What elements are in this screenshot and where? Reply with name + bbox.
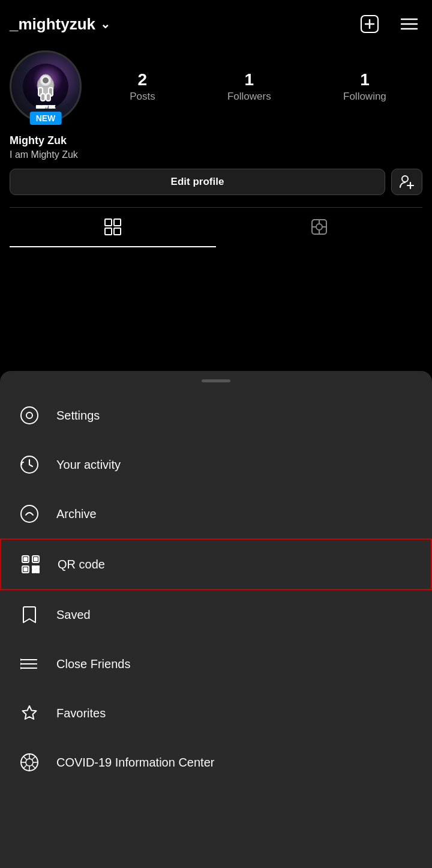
profile-section: _mightyzuk ⌄ [0, 0, 432, 247]
new-post-icon [359, 13, 380, 35]
menu-item-covid[interactable]: COVID-19 Information Center [0, 738, 432, 787]
saved-label: Saved [56, 608, 91, 622]
menu-item-activity[interactable]: Your activity [0, 440, 432, 489]
svg-rect-20 [105, 228, 112, 235]
svg-rect-40 [32, 570, 35, 573]
header-bar: _mightyzuk ⌄ [10, 0, 422, 44]
activity-svg-icon [19, 454, 40, 475]
qr-code-svg-icon [19, 553, 42, 576]
svg-point-29 [26, 412, 32, 418]
bio-section: Mighty Zuk I am Mighty Zuk [10, 128, 422, 169]
header-icons [356, 11, 422, 37]
drag-handle [202, 379, 230, 382]
saved-svg-icon [19, 604, 40, 625]
avatar-image: MIGHTY ZUK [22, 62, 70, 110]
sheet-handle [0, 371, 432, 386]
tab-grid[interactable] [10, 208, 216, 247]
svg-rect-12 [41, 94, 45, 101]
posts-label: Posts [130, 91, 155, 103]
favorites-label: Favorites [56, 707, 106, 720]
header-username[interactable]: _mightyzuk ⌄ [10, 15, 110, 34]
favorites-svg-icon [19, 702, 40, 724]
svg-marker-47 [20, 667, 23, 669]
action-buttons: Edit profile [10, 169, 422, 195]
menu-item-close-friends[interactable]: Close Friends [0, 639, 432, 689]
followers-label: Followers [227, 91, 271, 103]
svg-marker-46 [20, 663, 23, 665]
svg-line-54 [23, 756, 27, 760]
covid-icon [17, 750, 42, 775]
qr-code-icon [18, 552, 43, 577]
svg-point-31 [21, 505, 38, 522]
svg-point-28 [21, 407, 38, 424]
svg-rect-21 [114, 228, 121, 235]
svg-point-23 [316, 224, 322, 230]
saved-icon [17, 602, 42, 627]
svg-rect-39 [37, 566, 39, 568]
svg-rect-38 [32, 566, 35, 569]
svg-line-57 [23, 765, 27, 769]
menu-item-saved[interactable]: Saved [0, 590, 432, 639]
svg-rect-41 [36, 570, 39, 573]
followers-count: 1 [245, 70, 254, 89]
menu-item-qr-code[interactable]: QR code [0, 538, 432, 590]
activity-icon [17, 452, 42, 477]
qr-code-label: QR code [58, 558, 105, 571]
archive-label: Archive [56, 507, 97, 521]
settings-svg-icon [19, 405, 40, 426]
profile-info-row: MIGHTY ZUK NEW 2 Posts 1 Followers 1 Fol… [10, 50, 422, 128]
svg-line-56 [32, 756, 36, 760]
stats-row: 2 Posts 1 Followers 1 Following [94, 70, 422, 103]
svg-rect-33 [24, 558, 27, 561]
archive-icon [17, 501, 42, 526]
covid-svg-icon [19, 752, 40, 773]
svg-rect-37 [24, 568, 27, 571]
svg-rect-18 [105, 219, 112, 226]
display-name: Mighty Zuk [10, 134, 422, 147]
tagged-icon [310, 217, 329, 237]
posts-count: 2 [138, 70, 148, 89]
grid-icon [103, 217, 122, 237]
username-text: _mightyzuk [10, 15, 95, 34]
settings-icon [17, 403, 42, 428]
svg-point-15 [402, 176, 408, 182]
menu-item-settings[interactable]: Settings [0, 391, 432, 440]
following-label: Following [343, 91, 386, 103]
add-friend-button[interactable] [391, 169, 422, 195]
svg-marker-45 [20, 659, 23, 661]
settings-label: Settings [56, 409, 100, 423]
bio-text: I am Mighty Zuk [10, 149, 422, 160]
chevron-down-icon[interactable]: ⌄ [100, 17, 110, 31]
menu-item-favorites[interactable]: Favorites [0, 689, 432, 738]
hamburger-menu-icon [398, 13, 420, 35]
menu-item-archive[interactable]: Archive [0, 489, 432, 538]
close-friends-svg-icon [19, 653, 40, 675]
add-friend-icon [399, 174, 415, 190]
close-friends-icon [17, 651, 42, 677]
svg-text:MIGHTY ZUK: MIGHTY ZUK [36, 105, 55, 109]
archive-svg-icon [19, 503, 40, 525]
edit-profile-button[interactable]: Edit profile [10, 169, 385, 195]
tab-tagged[interactable] [216, 208, 422, 247]
menu-list: Settings Your activity Archive [0, 386, 432, 792]
followers-stat[interactable]: 1 Followers [227, 70, 271, 103]
svg-line-55 [32, 765, 36, 769]
svg-rect-19 [114, 219, 121, 226]
avatar-wrapper[interactable]: MIGHTY ZUK NEW [10, 50, 82, 122]
following-stat[interactable]: 1 Following [343, 70, 386, 103]
avatar-new-badge: NEW [30, 112, 62, 125]
following-count: 1 [360, 70, 370, 89]
activity-label: Your activity [56, 458, 121, 472]
hamburger-menu-button[interactable] [396, 11, 422, 37]
bottom-sheet: Settings Your activity Archive [0, 371, 432, 868]
favorites-icon [17, 701, 42, 726]
posts-stat[interactable]: 2 Posts [130, 70, 155, 103]
new-post-button[interactable] [356, 11, 383, 37]
tab-row [10, 207, 422, 247]
svg-rect-13 [46, 94, 50, 101]
close-friends-label: Close Friends [56, 657, 130, 671]
covid-label: COVID-19 Information Center [56, 756, 214, 770]
svg-rect-35 [34, 558, 37, 561]
svg-point-9 [42, 77, 49, 84]
